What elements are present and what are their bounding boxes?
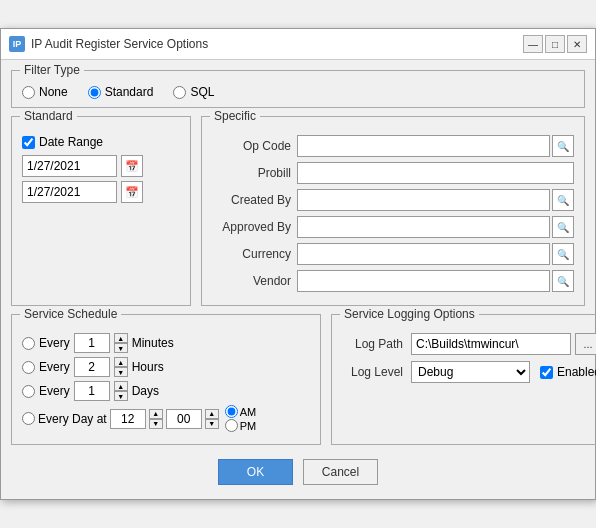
log-level-row: Log Level Debug Info Warning Error Enabl…	[342, 361, 596, 383]
date-from-input[interactable]	[22, 155, 117, 177]
schedule-minutes-unit: Minutes	[132, 336, 174, 350]
enabled-checkbox[interactable]	[540, 366, 553, 379]
minimize-button[interactable]: —	[523, 35, 543, 53]
date-to-row: 📅	[22, 181, 180, 203]
schedule-label: Service Schedule	[20, 307, 121, 321]
schedule-dayat-hours-input[interactable]	[110, 409, 146, 429]
pm-label: PM	[240, 420, 257, 432]
cancel-button[interactable]: Cancel	[303, 459, 378, 485]
specific-row-probill: Probill	[212, 162, 574, 184]
schedule-days-input[interactable]	[74, 381, 110, 401]
schedule-dayat-minutes-input[interactable]	[166, 409, 202, 429]
filter-type-label: Filter Type	[20, 63, 84, 77]
pm-radio-label[interactable]: PM	[225, 419, 257, 432]
logging-box: Service Logging Options Log Path ... Log…	[331, 314, 596, 445]
main-section: Standard Date Range 📅 📅	[11, 116, 585, 306]
schedule-dayat-minutes-down[interactable]: ▼	[205, 419, 219, 429]
date-range-section: Date Range 📅 📅	[22, 135, 180, 203]
vendor-lookup-button[interactable]: 🔍	[552, 270, 574, 292]
createdby-lookup-button[interactable]: 🔍	[552, 189, 574, 211]
filter-standard-input[interactable]	[88, 86, 101, 99]
schedule-days-row: Every ▲ ▼ Days	[22, 381, 310, 401]
createdby-input[interactable]	[297, 189, 550, 211]
approvedby-input[interactable]	[297, 216, 550, 238]
schedule-days-unit: Days	[132, 384, 159, 398]
window-title: IP Audit Register Service Options	[31, 37, 208, 51]
date-range-checkbox[interactable]	[22, 136, 35, 149]
schedule-minutes-down[interactable]: ▼	[114, 343, 128, 353]
opcode-label: Op Code	[212, 139, 297, 153]
opcode-input[interactable]	[297, 135, 550, 157]
date-to-calendar-button[interactable]: 📅	[121, 181, 143, 203]
filter-none-label: None	[39, 85, 68, 99]
filter-sql-label: SQL	[190, 85, 214, 99]
standard-box: Standard Date Range 📅 📅	[11, 116, 191, 306]
schedule-hours-every-label: Every	[39, 360, 70, 374]
main-window: IP IP Audit Register Service Options — □…	[0, 28, 596, 500]
date-to-input[interactable]	[22, 181, 117, 203]
approvedby-label: Approved By	[212, 220, 297, 234]
logging-label: Service Logging Options	[340, 307, 479, 321]
schedule-days-radio[interactable]	[22, 385, 35, 398]
footer-buttons: OK Cancel	[11, 453, 585, 489]
logging-fields: Log Path ... Log Level Debug Info Warnin…	[342, 333, 596, 383]
schedule-hours-row: Every ▲ ▼ Hours	[22, 357, 310, 377]
log-path-label: Log Path	[342, 337, 407, 351]
log-path-browse-button[interactable]: ...	[575, 333, 596, 355]
date-range-label: Date Range	[39, 135, 103, 149]
schedule-hours-unit: Hours	[132, 360, 164, 374]
title-bar-left: IP IP Audit Register Service Options	[9, 36, 208, 52]
schedule-dayat-label: Every Day at	[38, 412, 107, 426]
filter-sql-radio[interactable]: SQL	[173, 85, 214, 99]
date-from-calendar-button[interactable]: 📅	[121, 155, 143, 177]
approvedby-lookup-button[interactable]: 🔍	[552, 216, 574, 238]
schedule-dayat-hours-up[interactable]: ▲	[149, 409, 163, 419]
restore-button[interactable]: □	[545, 35, 565, 53]
enabled-label: Enabled	[557, 365, 596, 379]
specific-fields: Op Code 🔍 Probill Created By 🔍	[212, 135, 574, 292]
schedule-minutes-radio[interactable]	[22, 337, 35, 350]
filter-standard-label: Standard	[105, 85, 154, 99]
log-path-input[interactable]	[411, 333, 571, 355]
schedule-minutes-up[interactable]: ▲	[114, 333, 128, 343]
schedule-days-up[interactable]: ▲	[114, 381, 128, 391]
currency-input[interactable]	[297, 243, 550, 265]
log-level-select[interactable]: Debug Info Warning Error	[411, 361, 530, 383]
pm-radio[interactable]	[225, 419, 238, 432]
currency-label: Currency	[212, 247, 297, 261]
schedule-dayat-hours-spinner: ▲ ▼	[149, 409, 163, 429]
probill-input[interactable]	[297, 162, 574, 184]
schedule-hours-up[interactable]: ▲	[114, 357, 128, 367]
schedule-days-down[interactable]: ▼	[114, 391, 128, 401]
vendor-input[interactable]	[297, 270, 550, 292]
schedule-minutes-input[interactable]	[74, 333, 110, 353]
schedule-rows: Every ▲ ▼ Minutes Every	[22, 333, 310, 432]
am-radio-label[interactable]: AM	[225, 405, 257, 418]
currency-lookup-button[interactable]: 🔍	[552, 243, 574, 265]
filter-sql-input[interactable]	[173, 86, 186, 99]
filter-none-radio[interactable]: None	[22, 85, 68, 99]
specific-row-opcode: Op Code 🔍	[212, 135, 574, 157]
am-label: AM	[240, 406, 257, 418]
filter-none-input[interactable]	[22, 86, 35, 99]
schedule-minutes-spinner: ▲ ▼	[114, 333, 128, 353]
schedule-dayat-minutes-spinner: ▲ ▼	[205, 409, 219, 429]
log-path-row: Log Path ...	[342, 333, 596, 355]
schedule-dayat-hours-down[interactable]: ▼	[149, 419, 163, 429]
filter-standard-radio[interactable]: Standard	[88, 85, 154, 99]
schedule-dayat-radio[interactable]	[22, 412, 35, 425]
ok-button[interactable]: OK	[218, 459, 293, 485]
schedule-hours-down[interactable]: ▼	[114, 367, 128, 377]
date-range-check: Date Range	[22, 135, 180, 149]
schedule-hours-radio[interactable]	[22, 361, 35, 374]
probill-label: Probill	[212, 166, 297, 180]
schedule-box: Service Schedule Every ▲ ▼ Minutes	[11, 314, 321, 445]
schedule-hours-spinner: ▲ ▼	[114, 357, 128, 377]
am-radio[interactable]	[225, 405, 238, 418]
title-bar: IP IP Audit Register Service Options — □…	[1, 29, 595, 60]
bottom-section: Service Schedule Every ▲ ▼ Minutes	[11, 314, 585, 445]
opcode-lookup-button[interactable]: 🔍	[552, 135, 574, 157]
close-button[interactable]: ✕	[567, 35, 587, 53]
schedule-dayat-minutes-up[interactable]: ▲	[205, 409, 219, 419]
schedule-hours-input[interactable]	[74, 357, 110, 377]
